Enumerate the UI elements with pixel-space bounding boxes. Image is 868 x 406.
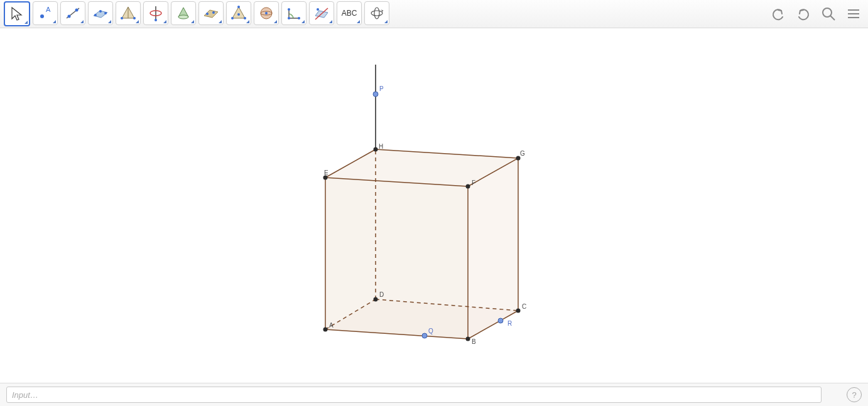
tool-rotate-about-line[interactable] — [143, 1, 168, 25]
svg-point-22 — [237, 6, 240, 8]
tool-move[interactable] — [4, 1, 30, 26]
svg-text:E: E — [324, 169, 328, 176]
redo-button[interactable] — [793, 3, 814, 24]
tool-text[interactable]: ABC — [337, 1, 362, 25]
toolbar-right — [768, 3, 864, 24]
svg-point-34 — [317, 8, 319, 11]
tool-point[interactable]: A — [33, 1, 58, 25]
svg-marker-21 — [232, 7, 245, 18]
menu-button[interactable] — [843, 3, 864, 24]
svg-line-38 — [830, 16, 835, 20]
svg-text:R: R — [507, 320, 512, 327]
tool-plane-3points[interactable] — [88, 1, 113, 25]
tool-line[interactable] — [60, 1, 85, 25]
tool-pyramid[interactable] — [116, 1, 141, 25]
svg-point-15 — [155, 19, 157, 21]
input-bar: ? — [0, 383, 868, 406]
svg-point-68 — [374, 297, 378, 302]
svg-point-72 — [466, 184, 470, 189]
tool-reflect[interactable] — [309, 1, 334, 25]
svg-point-28 — [265, 12, 268, 14]
svg-point-80 — [422, 333, 427, 338]
svg-text:C: C — [522, 303, 526, 310]
tool-sphere[interactable] — [254, 1, 279, 25]
svg-point-6 — [94, 14, 97, 16]
svg-point-66 — [516, 309, 521, 313]
svg-point-25 — [237, 13, 240, 16]
svg-point-20 — [212, 11, 215, 14]
svg-point-36 — [374, 8, 379, 19]
tool-cone-net[interactable] — [171, 1, 196, 25]
svg-point-11 — [121, 17, 123, 19]
tool-text-label: ABC — [342, 9, 357, 18]
svg-point-17 — [178, 15, 188, 19]
svg-point-8 — [104, 12, 107, 14]
tool-group: A — [4, 1, 389, 26]
svg-point-37 — [823, 8, 832, 17]
svg-point-29 — [288, 17, 290, 19]
undo-button[interactable] — [768, 3, 789, 24]
svg-text:F: F — [472, 179, 475, 186]
svg-text:A: A — [329, 322, 334, 329]
svg-point-62 — [323, 328, 328, 332]
svg-text:G: G — [520, 150, 525, 157]
svg-point-76 — [374, 147, 378, 152]
svg-point-82 — [498, 318, 503, 323]
svg-point-31 — [298, 17, 300, 19]
tool-net[interactable] — [226, 1, 251, 25]
search-button[interactable] — [818, 3, 839, 24]
svg-point-4 — [75, 9, 79, 12]
main-toolbar: A — [0, 0, 868, 28]
svg-text:B: B — [472, 338, 476, 345]
svg-point-0 — [40, 14, 44, 18]
svg-text:Q: Q — [428, 328, 433, 334]
svg-point-19 — [206, 13, 209, 15]
algebra-input[interactable] — [6, 387, 822, 403]
tool-rotate-view[interactable] — [364, 1, 389, 25]
svg-text:P: P — [379, 85, 384, 92]
svg-point-30 — [288, 8, 290, 11]
svg-point-7 — [99, 10, 102, 13]
svg-text:D: D — [379, 291, 384, 298]
svg-point-23 — [231, 17, 234, 19]
tool-plane[interactable] — [198, 1, 224, 25]
help-button[interactable]: ? — [847, 387, 862, 402]
svg-point-64 — [466, 337, 470, 341]
svg-point-78 — [373, 92, 378, 97]
svg-text:H: H — [379, 143, 383, 150]
graphics-view-3d[interactable]: A B C D E F G H P Q R — [0, 28, 868, 384]
svg-point-35 — [371, 11, 382, 16]
svg-point-3 — [68, 15, 71, 18]
svg-text:A: A — [46, 6, 51, 13]
tool-angle[interactable] — [281, 1, 307, 25]
